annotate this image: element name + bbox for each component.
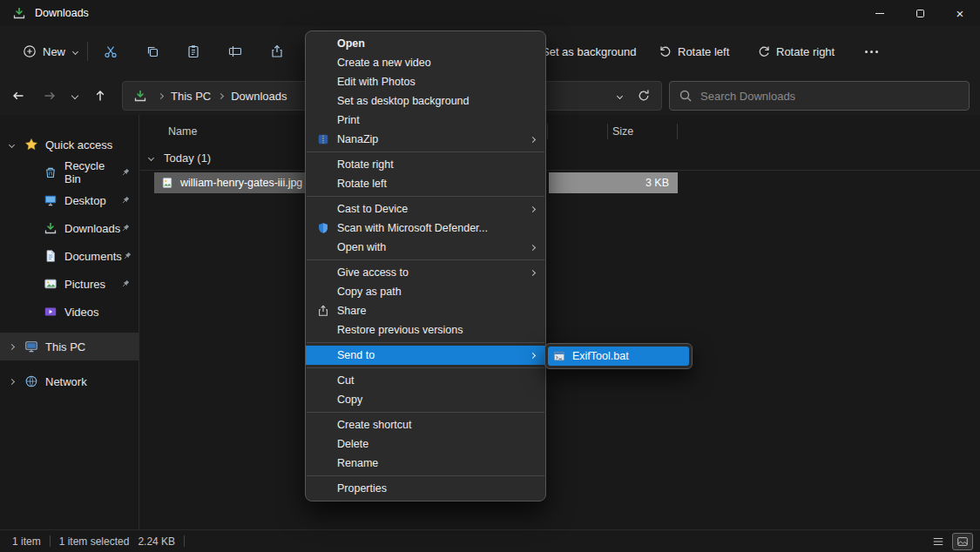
chevron-right-icon: [158, 92, 164, 98]
sidebar-item-pictures[interactable]: Pictures: [0, 270, 139, 298]
sidebar-item-downloads[interactable]: Downloads: [0, 214, 139, 242]
back-button[interactable]: [6, 83, 30, 109]
pictures-icon: [44, 277, 57, 291]
close-button[interactable]: ×: [940, 0, 980, 26]
menu-item-label: Open: [337, 37, 365, 50]
toolbar-divider: [87, 42, 88, 61]
group-label: Today (1): [164, 151, 211, 165]
menu-item-properties[interactable]: Properties: [306, 479, 545, 498]
desktop-icon: [44, 193, 57, 207]
menu-item-rotate-right[interactable]: Rotate right: [306, 155, 545, 174]
share-button[interactable]: [261, 37, 293, 65]
forward-button[interactable]: [37, 83, 62, 109]
rename-button[interactable]: [220, 37, 251, 65]
view-toggles: [928, 533, 973, 550]
network-icon: [24, 374, 38, 388]
menu-item-copy-as-path[interactable]: Copy as path: [306, 282, 545, 301]
sidebar-item-label: This PC: [45, 340, 85, 353]
sidebar-item-label: Videos: [64, 306, 99, 319]
menu-item-rotate-left[interactable]: Rotate left: [306, 174, 545, 193]
more-options-button[interactable]: [855, 37, 887, 65]
details-view-button[interactable]: [928, 533, 949, 550]
new-button[interactable]: New: [14, 37, 86, 66]
sidebar-item-label: Network: [45, 375, 87, 388]
menu-item-restore-previous-versions[interactable]: Restore previous versions: [306, 320, 545, 340]
breadcrumb-downloads[interactable]: Downloads: [231, 90, 287, 103]
minimize-button[interactable]: [860, 0, 900, 26]
sidebar-item-videos[interactable]: Videos: [0, 298, 139, 326]
submenu-arrow-icon: [530, 136, 536, 142]
recent-locations-button[interactable]: [65, 83, 84, 109]
menu-item-scan-with-microsoft-defender[interactable]: Scan with Microsoft Defender...: [306, 219, 545, 238]
address-dropdown-button[interactable]: [607, 84, 632, 108]
search-input[interactable]: [700, 90, 960, 103]
sidebar-item-this-pc[interactable]: This PC: [0, 333, 139, 360]
breadcrumb-this-pc[interactable]: This PC: [171, 90, 211, 103]
menu-item-label: Rename: [337, 457, 378, 469]
menu-item-cut[interactable]: Cut: [306, 371, 545, 390]
sidebar-item-desktop[interactable]: Desktop: [0, 186, 139, 214]
group-header-today[interactable]: Today (1): [140, 146, 980, 171]
rotate-left-button[interactable]: Rotate left: [655, 37, 733, 65]
menu-item-edit-with-photos[interactable]: Edit with Photos: [306, 72, 545, 91]
cut-button[interactable]: [95, 37, 126, 65]
menu-item-open-with[interactable]: Open with: [306, 238, 545, 257]
submenu-item-exiftool[interactable]: ExifTool.bat: [548, 347, 689, 366]
location-icon: [133, 89, 147, 103]
column-divider[interactable]: [607, 124, 608, 139]
search-box[interactable]: [669, 81, 970, 111]
menu-item-open[interactable]: Open: [306, 34, 545, 53]
exiftool-app-icon: [553, 350, 565, 362]
menu-item-delete[interactable]: Delete: [306, 434, 545, 454]
menu-item-label: Properties: [337, 482, 387, 495]
submenu-item-label: ExifTool.bat: [572, 350, 629, 362]
menu-item-give-access-to[interactable]: Give access to: [306, 263, 545, 282]
paste-button[interactable]: [178, 37, 209, 65]
column-divider[interactable]: [547, 124, 548, 139]
menu-item-label: Create a new video: [337, 57, 431, 69]
minimize-icon: [875, 13, 884, 14]
sidebar-item-quick-access[interactable]: Quick access: [0, 131, 139, 158]
send-to-submenu: ExifTool.bat: [544, 343, 693, 369]
menu-item-create-a-new-video[interactable]: Create a new video: [306, 53, 545, 72]
menu-separator: [307, 412, 544, 413]
column-header-size[interactable]: Size: [612, 125, 633, 138]
copy-button[interactable]: [137, 37, 168, 65]
maximize-button[interactable]: [900, 0, 940, 26]
column-header-name[interactable]: Name: [168, 125, 197, 138]
menu-item-label: NanaZip: [337, 133, 378, 145]
submenu-arrow-icon: [530, 352, 536, 358]
navigation-pane: Quick access Recycle Bin Desktop Downloa…: [0, 115, 139, 529]
chevron-right-icon: [218, 92, 224, 98]
menu-item-nanazip[interactable]: NanaZip: [306, 130, 545, 149]
refresh-icon: [637, 89, 651, 103]
chevron-down-icon: [148, 155, 154, 161]
menu-item-label: Edit with Photos: [337, 76, 416, 88]
thumbnails-view-button[interactable]: [952, 533, 973, 550]
downloads-folder-icon: [12, 6, 26, 20]
chevron-right-icon: [9, 343, 15, 349]
refresh-button[interactable]: [632, 84, 656, 108]
menu-item-label: Restore previous versions: [337, 324, 463, 336]
more-options-icon: [865, 50, 878, 53]
menu-item-send-to[interactable]: Send to: [306, 346, 545, 365]
file-row[interactable]: william-henry-gates-iii.jpg 3 KB: [140, 172, 980, 193]
file-size: 3 KB: [645, 177, 669, 189]
menu-item-copy[interactable]: Copy: [306, 390, 545, 409]
new-button-label: New: [43, 45, 65, 58]
sidebar-item-documents[interactable]: Documents: [0, 242, 139, 270]
item-count: 1 item: [12, 535, 41, 548]
menu-item-create-shortcut[interactable]: Create shortcut: [306, 415, 545, 434]
forward-icon: [43, 89, 57, 103]
menu-item-cast-to-device[interactable]: Cast to Device: [306, 199, 545, 219]
rotate-right-button[interactable]: Rotate right: [754, 37, 838, 65]
maximize-icon: [916, 10, 924, 17]
menu-item-print[interactable]: Print: [306, 111, 545, 130]
up-button[interactable]: [88, 83, 112, 109]
menu-item-rename[interactable]: Rename: [306, 454, 545, 473]
menu-item-share[interactable]: Share: [306, 301, 545, 320]
sidebar-item-network[interactable]: Network: [0, 367, 139, 395]
menu-item-set-as-desktop-background[interactable]: Set as desktop background: [306, 91, 545, 111]
sidebar-item-recycle-bin[interactable]: Recycle Bin: [0, 158, 139, 186]
column-divider[interactable]: [677, 124, 678, 139]
